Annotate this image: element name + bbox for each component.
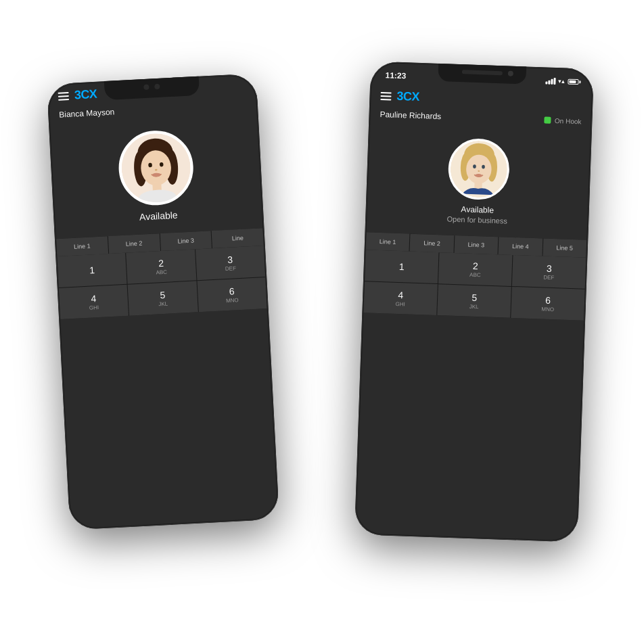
time-front: 11:23 [385,70,406,80]
avatar-front [447,138,510,201]
line-1-back[interactable]: Line 1 [56,236,108,256]
dialpad-back: 1 2 ABC 3 DEF 4 GHI 5 JKL [57,246,267,319]
line-3-back[interactable]: Line 3 [160,231,212,251]
status-back: Available [139,210,178,223]
line-2-back[interactable]: Line 2 [108,233,160,254]
line-4-front[interactable]: Line 4 [499,237,543,256]
scene: 3CX Bianca Mayson [18,24,626,620]
dial-4-front[interactable]: 4 GHI [363,281,438,315]
substatus-front: Open for business [446,215,507,225]
dial-6-back[interactable]: 6 MNO [197,277,267,312]
app-logo-front: 3CX [396,89,419,104]
screen-back: 3CX Bianca Mayson [48,74,278,528]
user-name-front: Pauline Richards [380,110,441,121]
line-4-back[interactable]: Line [212,228,264,248]
app-logo-back: 3CX [74,87,97,103]
dial-2-front[interactable]: 2 ABC [438,252,513,286]
camera-line-front [462,70,503,75]
dial-3-back[interactable]: 3 DEF [196,246,266,280]
status-dot-front [544,116,551,123]
svg-rect-20 [474,181,482,189]
screen-front: 11:23 ▾▴ [356,63,593,541]
line-3-front[interactable]: Line 3 [454,235,498,254]
dial-2-back[interactable]: 2 ABC [126,249,196,283]
line-5-front[interactable]: Line 5 [543,238,586,257]
avatar-back [117,129,196,207]
dial-1-back[interactable]: 1 [57,253,127,288]
camera-back [143,84,160,90]
dial-4-back[interactable]: 4 GHI [59,285,129,319]
menu-icon-back[interactable] [58,91,70,100]
avatar-section-front: Available Open for business [367,121,591,234]
line-2-front[interactable]: Line 2 [410,234,454,253]
phone-front: 11:23 ▾▴ [354,61,594,542]
phone-back: 3CX Bianca Mayson [47,73,279,530]
dial-6-front[interactable]: 6 MNO [511,287,585,321]
menu-icon-front[interactable] [380,91,391,100]
notch-front [438,64,526,85]
on-hook-front: On Hook [555,116,582,124]
user-name-back: Bianca Mayson [59,107,115,119]
signal-icon [545,77,555,85]
dial-5-front[interactable]: 5 JKL [437,284,511,318]
battery-icon [568,79,578,85]
status-front: Available [461,204,494,215]
wifi-icon: ▾▴ [558,78,565,85]
avatar-section-back: Available [50,112,262,233]
dial-5-back[interactable]: 5 JKL [128,281,198,315]
dialpad-front: 1 2 ABC 3 DEF 4 GHI 5 JKL [363,250,586,320]
camera-dot-front [508,71,513,76]
line-1-front[interactable]: Line 1 [366,232,410,251]
dial-1-front[interactable]: 1 [365,250,439,283]
dial-3-front[interactable]: 3 DEF [512,255,586,289]
status-icons-front: ▾▴ [545,77,578,85]
